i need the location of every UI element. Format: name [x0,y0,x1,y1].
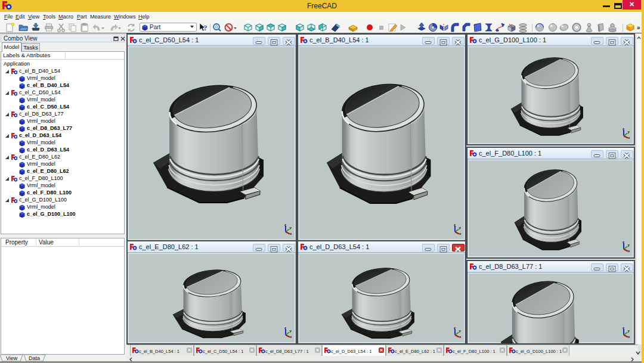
svg-text:View: View [6,355,18,361]
svg-text:?: ? [203,23,208,32]
svg-text:»: » [637,24,640,31]
svg-text:Data: Data [29,355,40,361]
